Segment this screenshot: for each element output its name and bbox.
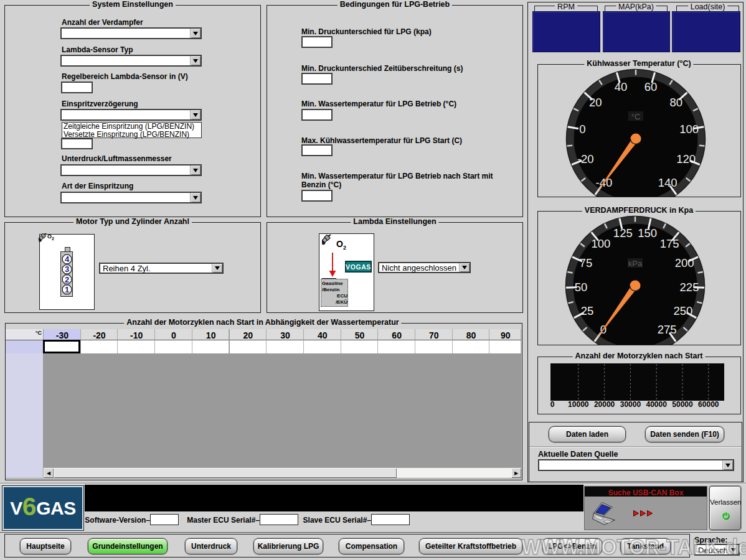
- svg-text:40: 40: [615, 80, 628, 93]
- svg-text:kPa: kPa: [628, 259, 643, 268]
- svg-text:10000: 10000: [568, 400, 589, 409]
- svg-text:150: 150: [638, 226, 657, 240]
- svg-text:0: 0: [579, 123, 585, 136]
- svg-text:80: 80: [669, 96, 682, 109]
- svg-text:60000: 60000: [698, 400, 719, 409]
- svg-text:2: 2: [65, 275, 69, 284]
- svg-text:1: 1: [65, 285, 69, 294]
- svg-text:175: 175: [660, 237, 679, 250]
- svg-text:20000: 20000: [594, 400, 615, 409]
- svg-text:225: 225: [680, 281, 699, 294]
- svg-text:0: 0: [550, 400, 555, 409]
- svg-text:140: 140: [658, 176, 678, 189]
- svg-text:30000: 30000: [620, 400, 641, 409]
- svg-text:75: 75: [580, 256, 593, 269]
- svg-text:250: 250: [673, 304, 692, 317]
- svg-text:40000: 40000: [646, 400, 668, 409]
- svg-text:50: 50: [575, 281, 588, 294]
- svg-text:200: 200: [675, 256, 694, 269]
- svg-text:°C: °C: [631, 112, 641, 121]
- svg-text:3: 3: [65, 264, 69, 274]
- svg-text:100: 100: [679, 123, 699, 136]
- svg-text:50000: 50000: [672, 400, 693, 409]
- svg-text:-20: -20: [577, 152, 594, 166]
- svg-text:60: 60: [644, 80, 658, 93]
- svg-text:20: 20: [589, 96, 602, 109]
- svg-text:275: 275: [658, 323, 677, 336]
- svg-text:100: 100: [591, 237, 610, 250]
- svg-text:125: 125: [613, 226, 633, 240]
- svg-text:25: 25: [581, 304, 594, 317]
- svg-text:120: 120: [676, 152, 696, 166]
- svg-text:4: 4: [65, 254, 70, 264]
